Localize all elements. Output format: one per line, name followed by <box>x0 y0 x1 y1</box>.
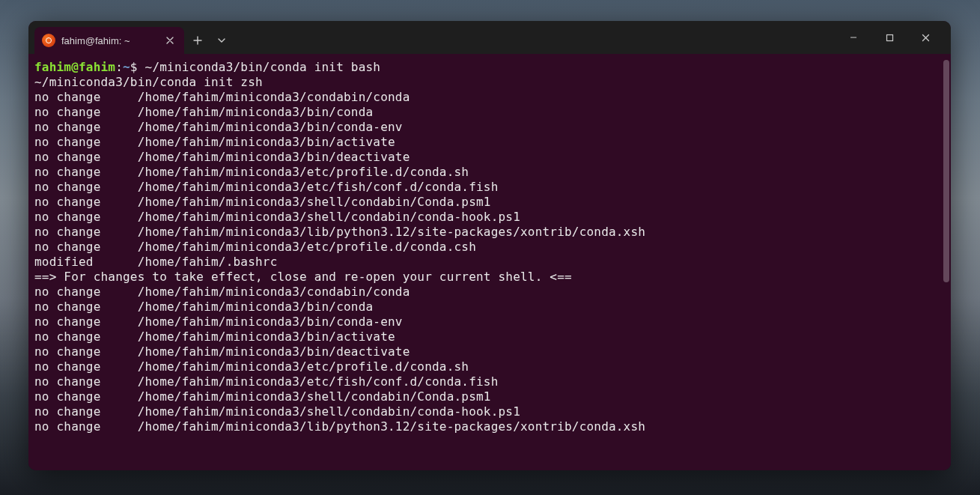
output-line: ==> For changes to take effect, close an… <box>34 270 943 285</box>
output-line: no change /home/fahim/miniconda3/bin/con… <box>34 120 943 135</box>
output-line: no change /home/fahim/miniconda3/shell/c… <box>34 195 943 210</box>
output-line: no change /home/fahim/miniconda3/shell/c… <box>34 404 943 419</box>
output-line: no change /home/fahim/miniconda3/bin/dea… <box>34 150 943 165</box>
tab-active[interactable]: fahim@fahim: ~ <box>34 27 184 54</box>
close-tab-button[interactable] <box>163 34 177 47</box>
minimize-button[interactable] <box>839 25 868 49</box>
output-line: no change /home/fahim/miniconda3/condabi… <box>34 285 943 300</box>
output-line: modified /home/fahim/.bashrc <box>34 255 943 270</box>
command-value: ~/miniconda3/bin/conda init bash <box>145 60 381 74</box>
svg-rect-0 <box>886 34 892 40</box>
prompt-line: fahim@fahim:~$ ~/miniconda3/bin/conda in… <box>34 60 943 75</box>
output-line: no change /home/fahim/miniconda3/bin/act… <box>34 330 943 344</box>
output-line: no change /home/fahim/miniconda3/etc/pro… <box>34 359 943 374</box>
new-tab-button[interactable] <box>187 30 208 51</box>
prompt-path: ~ <box>123 60 130 74</box>
prompt-dollar: $ <box>130 60 138 74</box>
scrollbar-track[interactable] <box>943 60 949 464</box>
terminal-window: fahim@fahim: ~ fahim@fa <box>28 21 951 470</box>
output-line: no change /home/fahim/miniconda3/bin/con… <box>34 105 943 120</box>
titlebar: fahim@fahim: ~ <box>28 21 951 54</box>
output-line: no change /home/fahim/miniconda3/shell/c… <box>34 210 943 225</box>
output-line: no change /home/fahim/miniconda3/shell/c… <box>34 389 943 404</box>
maximize-icon <box>886 34 894 42</box>
output-line: no change /home/fahim/miniconda3/etc/fis… <box>34 180 943 195</box>
tab-area: fahim@fahim: ~ <box>28 21 232 54</box>
output-line: no change /home/fahim/miniconda3/bin/act… <box>34 135 943 150</box>
output-line: no change /home/fahim/miniconda3/condabi… <box>34 90 943 105</box>
ubuntu-icon <box>42 34 55 47</box>
prompt-user-host: fahim@fahim <box>34 60 115 74</box>
output-line: no change /home/fahim/miniconda3/bin/con… <box>34 300 943 315</box>
command-text: ~/miniconda3/bin/conda init bash <box>138 60 381 74</box>
output-line: no change /home/fahim/miniconda3/bin/con… <box>34 315 943 330</box>
output-line: ~/miniconda3/bin/conda init zsh <box>34 75 943 90</box>
output-line: no change /home/fahim/miniconda3/lib/pyt… <box>34 225 943 240</box>
tab-title: fahim@fahim: ~ <box>61 35 157 46</box>
terminal-output: fahim@fahim:~$ ~/miniconda3/bin/conda in… <box>34 60 943 434</box>
output-line: no change /home/fahim/miniconda3/etc/pro… <box>34 165 943 180</box>
window-controls <box>839 25 945 49</box>
terminal-body[interactable]: fahim@fahim:~$ ~/miniconda3/bin/conda in… <box>28 54 951 470</box>
tab-dropdown-button[interactable] <box>211 30 232 51</box>
output-line: no change /home/fahim/miniconda3/bin/dea… <box>34 344 943 359</box>
output-line: no change /home/fahim/miniconda3/lib/pyt… <box>34 419 943 434</box>
prompt-colon: : <box>115 60 123 74</box>
close-window-button[interactable] <box>910 25 940 49</box>
scrollbar-thumb[interactable] <box>943 60 949 282</box>
plus-icon <box>193 36 202 45</box>
chevron-down-icon <box>218 37 225 44</box>
output-line: no change /home/fahim/miniconda3/etc/pro… <box>34 240 943 255</box>
close-icon <box>922 34 930 42</box>
maximize-button[interactable] <box>874 25 904 49</box>
output-line: no change /home/fahim/miniconda3/etc/fis… <box>34 374 943 389</box>
minimize-icon <box>849 33 858 42</box>
close-icon <box>166 37 174 44</box>
